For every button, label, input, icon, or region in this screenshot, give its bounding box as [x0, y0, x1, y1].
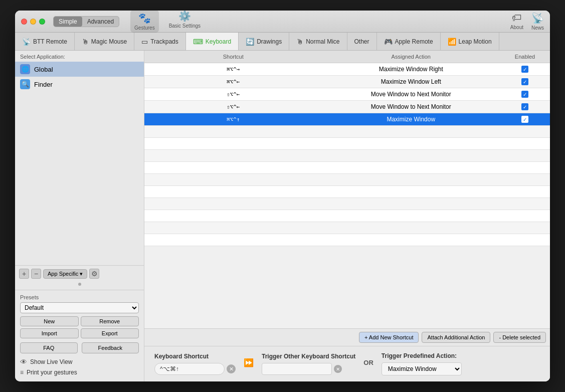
- tab-keyboard-label: Keyboard: [206, 38, 231, 45]
- eye-icon: 👁: [20, 358, 27, 366]
- trigger-predefined-select[interactable]: Maximize Window: [382, 362, 462, 375]
- enabled-checkbox[interactable]: [521, 116, 528, 123]
- sidebar-item-finder[interactable]: 🔍 Finder: [15, 77, 144, 92]
- trigger-other-label: Trigger Other Keyboard Shortcut: [262, 353, 355, 360]
- clear-shortcut-button[interactable]: ✕: [227, 364, 236, 373]
- config-panel: Keyboard Shortcut ✕ ⏩ Trigger Other Keyb…: [144, 346, 550, 381]
- keyboard-shortcut-section: Keyboard Shortcut ✕: [154, 353, 236, 375]
- remove-preset-button[interactable]: Remove: [81, 316, 139, 326]
- enabled-checkbox[interactable]: [521, 78, 528, 85]
- trigger-predefined-label: Trigger Predefined Action:: [382, 352, 462, 359]
- or-label: OR: [363, 359, 373, 366]
- table-row-empty: [144, 150, 550, 162]
- tab-normal-mice-label: Normal Mice: [306, 38, 339, 45]
- basic-settings-icon-item[interactable]: ⚙️ Basic Settings: [169, 11, 201, 33]
- gestures-icon-item[interactable]: 🐾 Gestures: [130, 11, 159, 33]
- trigger-predefined-section: Trigger Predefined Action: Maximize Wind…: [382, 352, 462, 375]
- app-specific-label: App Specific ▾: [48, 271, 83, 277]
- enabled-checkbox[interactable]: [521, 91, 528, 98]
- table-row[interactable]: ⌘⌥^→ Maximize Window Right: [144, 63, 550, 76]
- sidebar-toolbar: + − App Specific ▾ ⚙: [19, 269, 140, 279]
- tab-normal-mice[interactable]: 🖱 Normal Mice: [289, 33, 347, 50]
- sidebar: Select Application: 🌐 Global 🔍 Finder + …: [15, 51, 144, 381]
- presets-select[interactable]: Default: [20, 302, 139, 313]
- btt-remote-icon: 📡: [22, 38, 31, 46]
- close-button[interactable]: [21, 19, 27, 25]
- keyboard-shortcut-label: Keyboard Shortcut: [154, 353, 236, 360]
- simple-button[interactable]: Simple: [54, 17, 82, 27]
- tab-leap-motion[interactable]: 📶 Leap Motion: [441, 33, 499, 50]
- table-row-empty: [144, 234, 550, 246]
- sidebar-item-global[interactable]: 🌐 Global: [15, 62, 144, 77]
- advanced-button[interactable]: Advanced: [82, 17, 119, 27]
- right-panel: Shortcut Assigned Action Enabled ⌘⌥^→ Ma…: [144, 51, 550, 381]
- attach-action-button[interactable]: Attach Additional Action: [422, 332, 490, 343]
- delete-selected-button[interactable]: - Delete selected: [493, 332, 546, 343]
- enabled-checkbox[interactable]: [521, 103, 528, 110]
- new-preset-button[interactable]: New: [20, 316, 79, 326]
- settings-button[interactable]: ⚙: [89, 269, 99, 279]
- about-icon-item[interactable]: 🏷 About: [510, 12, 523, 31]
- clear-trigger-button[interactable]: ✕: [334, 365, 342, 373]
- add-app-button[interactable]: +: [19, 269, 29, 279]
- gear-icon: ⚙️: [178, 11, 191, 22]
- enabled-cell[interactable]: [500, 63, 550, 75]
- keyboard-shortcut-input[interactable]: [154, 363, 225, 375]
- news-icon-item[interactable]: 📡 News: [531, 12, 544, 31]
- live-view-row[interactable]: 👁 Show Live View: [20, 356, 139, 367]
- table-row[interactable]: ⇧⌥^← Move Window to Next Monitor: [144, 88, 550, 101]
- about-label: About: [510, 25, 523, 30]
- tab-other-label: Other: [354, 38, 369, 45]
- tab-btt-remote[interactable]: 📡 BTT Remote: [15, 33, 75, 50]
- presets-label: Presets: [20, 294, 139, 300]
- keyboard-shortcut-input-group: ✕: [154, 363, 236, 375]
- global-label: Global: [34, 66, 53, 73]
- titlebar: Simple Advanced 🐾 Gestures ⚙️ Basic Sett…: [15, 11, 550, 33]
- tag-icon: 🏷: [512, 12, 522, 24]
- add-shortcut-button[interactable]: + Add New Shortcut: [359, 332, 419, 343]
- traffic-lights: [21, 19, 45, 25]
- tab-apple-remote-label: Apple Remote: [395, 38, 433, 45]
- tab-magic-mouse-label: Magic Mouse: [91, 38, 127, 45]
- wifi-icon: 📡: [531, 12, 544, 24]
- print-row[interactable]: ≡ Print your gestures: [20, 367, 139, 377]
- tab-keyboard[interactable]: ⌨ Keyboard: [186, 33, 239, 50]
- import-preset-button[interactable]: Import: [20, 328, 79, 338]
- export-preset-button[interactable]: Export: [81, 328, 139, 338]
- enabled-checkbox[interactable]: [521, 66, 528, 73]
- enabled-cell[interactable]: [500, 113, 550, 125]
- main-content: Select Application: 🌐 Global 🔍 Finder + …: [15, 51, 550, 381]
- table-row-empty: [144, 174, 550, 186]
- app-specific-button[interactable]: App Specific ▾: [43, 269, 87, 279]
- tab-drawings[interactable]: 🔄 Drawings: [239, 33, 289, 50]
- apple-remote-icon: 🎮: [384, 38, 393, 46]
- select-application-label: Select Application:: [15, 51, 144, 62]
- faq-button[interactable]: FAQ: [20, 342, 78, 353]
- th-shortcut: Shortcut: [144, 53, 322, 61]
- gestures-label: Gestures: [134, 25, 155, 31]
- table-row[interactable]: ⇧⌥^← Move Window to Next Monitor: [144, 101, 550, 113]
- table-row-selected[interactable]: ⌘⌥^↑ Maximize Window: [144, 113, 550, 126]
- enabled-cell[interactable]: [500, 88, 550, 100]
- tab-trackpads[interactable]: ▭ Trackpads: [134, 33, 186, 50]
- tab-magic-mouse[interactable]: 🖱 Magic Mouse: [75, 33, 134, 50]
- shortcut-cell: ⇧⌥^←: [144, 101, 322, 113]
- leap-motion-icon: 📶: [448, 38, 456, 46]
- tab-other[interactable]: Other: [347, 33, 377, 50]
- presets-buttons: New Remove Import Export: [20, 316, 139, 338]
- trigger-other-input[interactable]: [262, 363, 332, 375]
- enabled-cell[interactable]: [500, 101, 550, 113]
- tabbar: 📡 BTT Remote 🖱 Magic Mouse ▭ Trackpads ⌨…: [15, 33, 550, 51]
- basic-settings-label: Basic Settings: [169, 23, 201, 29]
- tab-apple-remote[interactable]: 🎮 Apple Remote: [377, 33, 441, 50]
- table-row-empty: [144, 198, 550, 210]
- minimize-button[interactable]: [30, 19, 36, 25]
- feedback-button[interactable]: Feedback: [82, 342, 139, 353]
- remove-app-button[interactable]: −: [31, 269, 41, 279]
- table-row[interactable]: ⌘⌥^← Maximize Window Left: [144, 76, 550, 88]
- simple-advanced-toggle[interactable]: Simple Advanced: [53, 16, 119, 27]
- action-cell: Maximize Window: [322, 113, 500, 125]
- enabled-cell[interactable]: [500, 76, 550, 88]
- tab-trackpads-label: Trackpads: [150, 38, 178, 45]
- maximize-button[interactable]: [39, 19, 45, 25]
